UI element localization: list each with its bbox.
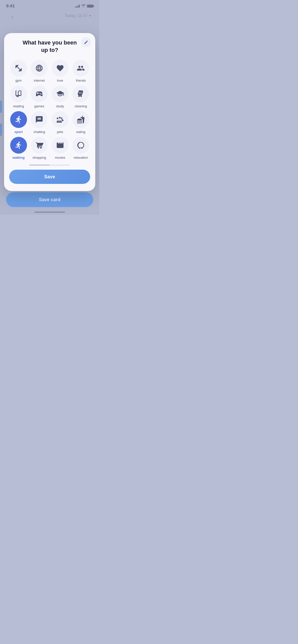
relaxation-icon (72, 137, 89, 154)
chatting-icon (31, 111, 48, 128)
eating-icon (72, 111, 89, 128)
activity-cleaning[interactable]: cleaning (72, 85, 90, 108)
reading-icon (10, 85, 27, 102)
save-card-button[interactable]: Save card (6, 192, 93, 207)
relaxation-label: relaxation (74, 156, 88, 159)
edit-button[interactable] (81, 37, 91, 47)
activity-shopping[interactable]: shopping (30, 137, 49, 159)
home-indicator (34, 212, 65, 213)
cleaning-icon (72, 85, 89, 102)
sport-label: sport (15, 130, 23, 134)
walking-label: walking (12, 156, 25, 159)
friends-label: friends (76, 79, 86, 82)
eating-label: eating (76, 130, 85, 134)
chatting-label: chatting (33, 130, 45, 134)
study-icon (52, 85, 69, 102)
walking-icon (10, 137, 27, 154)
gym-label: gym (15, 79, 22, 82)
activity-movies[interactable]: movies (51, 137, 70, 159)
activity-relaxation[interactable]: relaxation (72, 137, 90, 159)
reading-label: reading (13, 104, 24, 108)
internet-label: internet (34, 79, 45, 82)
save-button[interactable]: Save (9, 170, 90, 184)
cleaning-label: cleaning (75, 104, 87, 108)
shopping-label: shopping (33, 156, 46, 159)
activity-study[interactable]: study (51, 85, 70, 108)
side-indicator (0, 101, 2, 113)
movies-label: movies (55, 156, 65, 159)
activity-love[interactable]: love (51, 60, 70, 82)
love-icon (52, 60, 69, 77)
activity-chatting[interactable]: chatting (30, 111, 49, 134)
activity-pets[interactable]: pets (51, 111, 70, 134)
study-label: study (56, 104, 64, 108)
gym-icon (10, 60, 27, 77)
activity-internet[interactable]: internet (30, 60, 49, 82)
activity-sport[interactable]: sport (9, 111, 28, 134)
pets-label: pets (57, 130, 63, 134)
scroll-indicator (9, 165, 90, 166)
movies-icon (52, 137, 69, 154)
games-icon (31, 85, 48, 102)
love-label: love (57, 79, 63, 82)
activity-eating[interactable]: eating (72, 111, 90, 134)
activity-games[interactable]: games (30, 85, 49, 108)
activity-modal: What have you been up to? gyminternetlov… (4, 33, 95, 191)
internet-icon (31, 60, 48, 77)
activities-grid: gyminternetlovefriendsreadinggamesstudyc… (9, 60, 90, 159)
games-label: games (34, 104, 44, 108)
activity-reading[interactable]: reading (9, 85, 28, 108)
modal-title: What have you been up to? (9, 39, 90, 54)
activity-friends[interactable]: friends (72, 60, 90, 82)
activity-walking[interactable]: walking (9, 137, 28, 159)
side-indicator-2 (0, 124, 2, 136)
activity-gym[interactable]: gym (9, 60, 28, 82)
sport-icon (10, 111, 27, 128)
shopping-icon (31, 137, 48, 154)
friends-icon (72, 60, 89, 77)
pets-icon (52, 111, 69, 128)
